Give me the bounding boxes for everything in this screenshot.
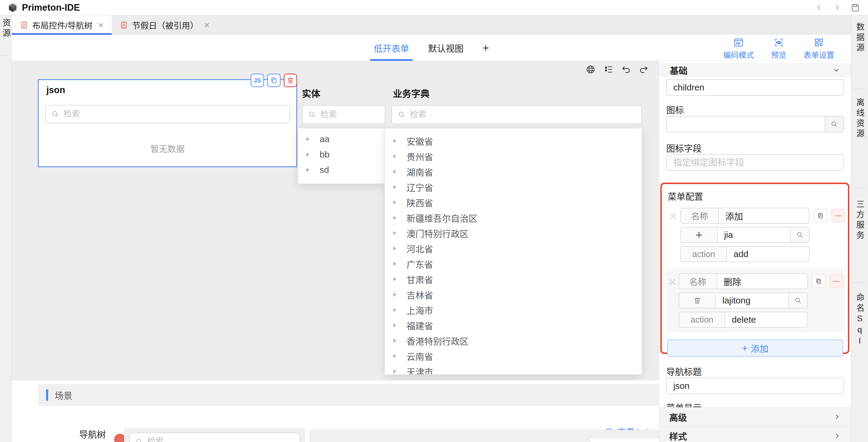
drag-handle-icon[interactable] bbox=[666, 273, 679, 328]
redo-icon[interactable] bbox=[639, 64, 649, 74]
rail-item-third-party-services[interactable]: 三方服务 bbox=[854, 200, 866, 241]
close-icon[interactable]: × bbox=[98, 20, 104, 30]
dict-tree-item[interactable]: 广东省 bbox=[385, 256, 642, 272]
caret-right-icon[interactable] bbox=[306, 153, 310, 157]
preview-button[interactable]: 预览 bbox=[771, 37, 786, 60]
icon-search-button[interactable] bbox=[790, 227, 809, 242]
nav-back-icon[interactable] bbox=[815, 3, 824, 12]
icon-binding-field-label: 图标字段 bbox=[666, 141, 702, 154]
remove-menu-item-button[interactable] bbox=[831, 209, 845, 222]
caret-right-icon[interactable] bbox=[306, 168, 310, 172]
icon-picker-input[interactable] bbox=[667, 117, 825, 132]
entity-search-input[interactable] bbox=[320, 110, 379, 119]
caret-right-icon[interactable] bbox=[393, 200, 397, 204]
caret-right-icon[interactable] bbox=[393, 323, 397, 327]
remove-menu-item-button[interactable] bbox=[830, 275, 843, 288]
nav-title-input[interactable] bbox=[666, 378, 844, 394]
dict-tree-item[interactable]: 吉林省 bbox=[385, 287, 642, 302]
caret-right-icon[interactable] bbox=[393, 354, 397, 358]
dict-tree-item[interactable]: 陕西省 bbox=[385, 195, 642, 210]
caret-right-icon[interactable] bbox=[306, 137, 310, 141]
menu-action-value[interactable]: add bbox=[727, 247, 809, 261]
caret-right-icon[interactable] bbox=[393, 339, 397, 343]
save-icon[interactable] bbox=[850, 3, 860, 13]
entity-tree-item[interactable]: sd bbox=[298, 162, 384, 178]
menu-name-value[interactable]: 添加 bbox=[719, 208, 809, 223]
undo-icon[interactable] bbox=[621, 64, 631, 74]
dict-tree-item[interactable]: 甘肃省 bbox=[385, 272, 642, 287]
dict-tree-item[interactable]: 辽宁省 bbox=[385, 179, 642, 195]
caret-right-icon[interactable] bbox=[393, 308, 397, 312]
json-search-input[interactable] bbox=[64, 109, 284, 119]
dict-tree-item[interactable]: 安徽省 bbox=[385, 133, 642, 149]
caret-right-icon[interactable] bbox=[393, 154, 397, 158]
json-navtree-component[interactable]: JS json 暂无数据 bbox=[38, 79, 297, 167]
dict-tree-item[interactable]: 福建省 bbox=[385, 318, 642, 333]
dict-tree-item[interactable]: 天津市 bbox=[385, 364, 642, 375]
delete-component-button[interactable] bbox=[284, 73, 297, 87]
menu-icon-value[interactable]: lajitong bbox=[716, 293, 788, 308]
drag-handle-icon[interactable] bbox=[666, 208, 680, 262]
duplicate-menu-item-button[interactable] bbox=[812, 275, 826, 288]
caret-right-icon[interactable] bbox=[393, 277, 397, 281]
caret-right-icon[interactable] bbox=[393, 185, 397, 189]
duplicate-menu-item-button[interactable] bbox=[814, 209, 827, 222]
icon-search-button[interactable] bbox=[788, 293, 807, 308]
dict-search-box[interactable] bbox=[392, 105, 642, 124]
entity-search-box[interactable] bbox=[302, 105, 385, 124]
dict-tree-item[interactable]: 河北省 bbox=[385, 241, 642, 256]
caret-right-icon[interactable] bbox=[393, 246, 397, 251]
dict-tree-item[interactable]: 香港特别行政区 bbox=[385, 333, 642, 348]
rail-item-datasource[interactable]: 数据源 bbox=[854, 23, 866, 54]
view-tab-default-view[interactable]: 默认视图 bbox=[428, 35, 464, 61]
caret-right-icon[interactable] bbox=[393, 169, 397, 174]
entity-tree-item[interactable]: aa bbox=[298, 131, 384, 147]
json-search-box[interactable] bbox=[45, 105, 290, 123]
dict-tree-item[interactable]: 云南省 bbox=[385, 348, 642, 364]
caret-right-icon[interactable] bbox=[393, 216, 397, 220]
doc-tab-holiday[interactable]: 节假日（被引用） × bbox=[112, 15, 218, 35]
dict-tree-item[interactable]: 新疆维吾尔自治区 bbox=[385, 210, 642, 225]
menu-action-value[interactable]: delete bbox=[725, 312, 807, 327]
navtree-search-box[interactable] bbox=[129, 433, 300, 442]
caret-right-icon[interactable] bbox=[393, 139, 397, 143]
entity-tree-item[interactable]: bb bbox=[298, 147, 384, 162]
icon-binding-input[interactable] bbox=[666, 154, 844, 171]
dict-tree-item[interactable]: 湖南省 bbox=[385, 164, 642, 179]
children-field-input[interactable] bbox=[666, 79, 844, 96]
doc-tab-layout-navtree[interactable]: 布局控件/导航树 × bbox=[12, 15, 112, 35]
dict-tree-item[interactable]: 澳门特别行政区 bbox=[385, 225, 642, 241]
name-label: 名称 bbox=[681, 208, 719, 223]
dict-tree-item[interactable]: 上海市 bbox=[385, 302, 642, 318]
js-action-button[interactable]: JS bbox=[251, 73, 264, 87]
section-advanced[interactable]: 高级 bbox=[659, 407, 851, 426]
copy-component-button[interactable] bbox=[267, 73, 281, 87]
outline-tree-icon[interactable] bbox=[603, 64, 613, 74]
rail-item-offline-resources[interactable]: 离线资源 bbox=[854, 98, 866, 139]
globe-icon[interactable] bbox=[586, 64, 596, 74]
form-settings-button[interactable]: 表单设置 bbox=[804, 37, 834, 60]
view-tab-lowcode-form[interactable]: 低开表单 bbox=[374, 35, 409, 61]
code-mode-button[interactable]: 编码模式 bbox=[723, 37, 754, 60]
section-style[interactable]: 样式 bbox=[659, 426, 851, 442]
close-icon[interactable]: × bbox=[204, 20, 210, 30]
section-basic[interactable]: 基础 bbox=[659, 63, 851, 77]
divider bbox=[853, 282, 866, 283]
rail-item-resources[interactable]: 资源 bbox=[0, 18, 12, 39]
dict-tree-item[interactable]: 贵州省 bbox=[385, 149, 642, 164]
menu-name-value[interactable]: 删除 bbox=[717, 274, 807, 289]
dict-search-input[interactable] bbox=[410, 110, 636, 119]
caret-right-icon[interactable] bbox=[393, 292, 397, 297]
chevron-down-icon[interactable] bbox=[832, 66, 840, 74]
rail-item-named-sql[interactable]: 命名Sql bbox=[854, 293, 866, 347]
nav-forward-icon[interactable] bbox=[833, 3, 841, 12]
menu-icon-value[interactable]: jia bbox=[718, 227, 790, 242]
caret-right-icon[interactable] bbox=[393, 231, 397, 235]
caret-right-icon[interactable] bbox=[393, 262, 397, 266]
add-menu-item-button[interactable]: + 添加 bbox=[667, 340, 843, 357]
icon-search-button[interactable] bbox=[825, 117, 843, 132]
menu-name-group: 名称 删除 bbox=[679, 273, 808, 289]
add-view-tab-button[interactable]: + bbox=[483, 35, 489, 61]
navtree-search-input[interactable] bbox=[147, 437, 294, 442]
caret-right-icon[interactable] bbox=[393, 369, 397, 374]
